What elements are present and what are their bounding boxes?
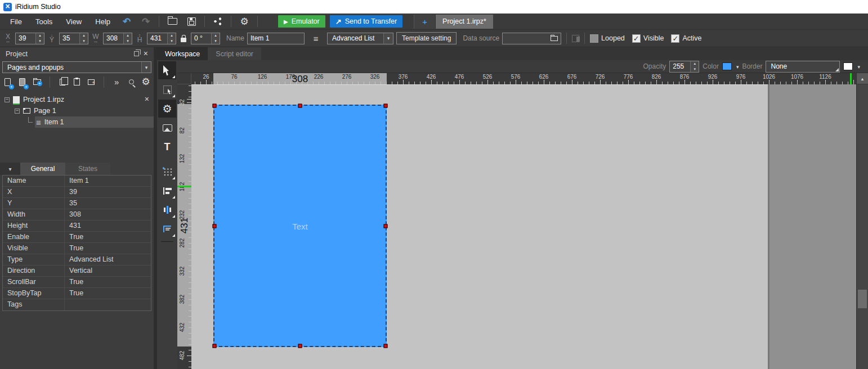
image-tool-button[interactable] (158, 119, 176, 137)
looped-checkbox[interactable] (590, 34, 598, 43)
copy-button[interactable] (58, 76, 67, 88)
property-value[interactable]: 308 (65, 209, 151, 220)
emulator-button[interactable]: Emulator (278, 15, 325, 28)
template-setting-button[interactable]: Template setting (396, 32, 457, 44)
project-tab[interactable]: Project 1.irpz* (436, 15, 493, 29)
close-project-icon[interactable] (145, 96, 149, 104)
share-button[interactable] (209, 15, 226, 28)
resize-handle-middle-left[interactable] (213, 224, 217, 228)
open-project-button[interactable] (164, 15, 181, 28)
table-row[interactable]: Height431 (3, 220, 151, 232)
inspector-dropdown-button[interactable] (0, 163, 20, 175)
browse-folder-icon[interactable] (551, 36, 558, 41)
layers-tool-button[interactable] (158, 220, 176, 238)
add-folder-button[interactable] (33, 76, 42, 88)
item-type-icon-button[interactable] (307, 32, 324, 44)
resize-handle-top-left[interactable] (213, 104, 217, 108)
tree-row-item[interactable]: Item 1 (0, 116, 154, 128)
redo-button[interactable] (137, 15, 154, 28)
search-button[interactable] (127, 76, 136, 88)
fill-color-swatch[interactable] (722, 62, 732, 70)
select-tool-button[interactable] (158, 61, 176, 79)
distribute-tool-button[interactable] (158, 201, 176, 219)
pages-filter-dropdown[interactable]: Pages and popups (2, 61, 151, 73)
property-value[interactable]: Advanced List (65, 254, 151, 265)
border-color-swatch[interactable] (843, 62, 853, 70)
angle-input[interactable] (191, 33, 211, 44)
scroll-up-button[interactable] (857, 73, 868, 84)
canvas[interactable]: Text (191, 84, 856, 369)
tab-general[interactable]: General (20, 163, 65, 175)
resize-handle-bottom-right[interactable] (384, 344, 388, 348)
text-tool-button[interactable] (158, 138, 176, 156)
vertical-scrollbar[interactable] (856, 73, 868, 369)
y-input[interactable] (60, 33, 79, 44)
scrollbar-thumb[interactable] (858, 290, 867, 308)
width-input[interactable] (104, 33, 123, 44)
property-value[interactable]: True (65, 232, 151, 242)
property-value[interactable] (65, 299, 151, 310)
panel-settings-button[interactable] (141, 76, 150, 88)
resize-handle-bottom-middle[interactable] (298, 344, 302, 348)
resize-handle-top-middle[interactable] (298, 104, 302, 108)
table-row[interactable]: X39 (3, 187, 151, 198)
close-panel-icon[interactable] (144, 50, 148, 58)
resize-handle-top-right[interactable] (384, 104, 388, 108)
table-row[interactable]: Width308 (3, 209, 151, 220)
grid-tool-button[interactable] (158, 163, 176, 181)
item-settings-tool-button[interactable] (158, 100, 176, 118)
collapse-icon[interactable] (15, 109, 20, 114)
tree-row-project[interactable]: Project 1.irpz (0, 94, 154, 105)
align-tool-button[interactable] (158, 182, 176, 200)
table-row[interactable]: TypeAdvanced List (3, 254, 151, 266)
table-row[interactable]: StopByTapTrue (3, 288, 151, 299)
lock-ratio-icon[interactable] (181, 38, 186, 42)
horizontal-ruler[interactable]: 2676126176226276326376426476526576626676… (191, 73, 856, 84)
add-popup-button[interactable] (18, 76, 27, 88)
chevron-down-icon[interactable] (735, 62, 739, 70)
add-page-button[interactable] (3, 76, 12, 88)
tree-row-page[interactable]: Page 1 (0, 105, 154, 116)
property-value[interactable]: True (65, 277, 151, 287)
property-value[interactable]: 39 (65, 187, 151, 197)
opacity-spinner[interactable] (690, 61, 699, 72)
table-row[interactable]: EnableTrue (3, 232, 151, 243)
angle-spinner[interactable] (211, 33, 220, 44)
new-project-tab-button[interactable]: + (414, 15, 436, 29)
visible-checkbox[interactable] (632, 34, 641, 43)
send-to-transfer-button[interactable]: Send to Transfer (330, 15, 402, 28)
y-spinner[interactable] (79, 33, 88, 44)
property-value[interactable]: Vertical (65, 266, 151, 276)
item-type-dropdown[interactable]: Advanced List (327, 33, 393, 44)
table-row[interactable]: NameItem 1 (3, 176, 151, 187)
opacity-input[interactable] (670, 61, 690, 72)
width-spinner[interactable] (123, 33, 132, 44)
tab-script-editor[interactable]: Script editor (208, 47, 261, 60)
property-value[interactable]: True (65, 243, 151, 254)
resize-handle-middle-right[interactable] (384, 224, 388, 228)
settings-button[interactable] (236, 15, 253, 28)
height-spinner[interactable] (167, 33, 176, 44)
table-row[interactable]: VisibleTrue (3, 243, 151, 254)
tab-states[interactable]: States (65, 163, 110, 175)
save-project-button[interactable] (183, 15, 200, 28)
selected-item[interactable]: Text (213, 105, 387, 347)
table-row[interactable]: Tags (3, 299, 151, 310)
table-row[interactable]: Y35 (3, 198, 151, 209)
property-value[interactable]: True (65, 288, 151, 299)
duplicate-button[interactable] (87, 76, 96, 88)
property-value[interactable]: Item 1 (65, 176, 151, 186)
resize-handle-bottom-left[interactable] (213, 344, 217, 348)
collapse-icon[interactable] (5, 97, 10, 102)
undo-button[interactable] (118, 15, 135, 28)
more-tools-button[interactable] (112, 76, 121, 88)
menu-file[interactable]: File (5, 15, 28, 28)
x-input[interactable] (16, 33, 35, 44)
menu-view[interactable]: View (60, 15, 87, 28)
x-spinner[interactable] (35, 33, 44, 44)
marquee-select-tool-button[interactable] (158, 80, 176, 98)
template-grid-icon[interactable] (572, 35, 579, 42)
item-name-input[interactable] (248, 33, 304, 44)
table-row[interactable]: DirectionVertical (3, 266, 151, 277)
paste-button[interactable] (73, 76, 82, 88)
